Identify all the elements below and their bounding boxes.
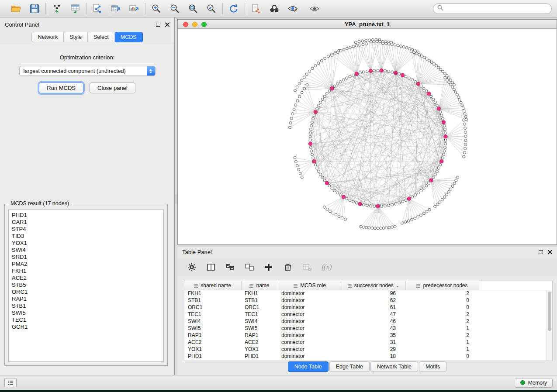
zoom-fit-icon[interactable]: [187, 3, 199, 14]
panel-menu-button[interactable]: [4, 378, 17, 387]
column-header-name[interactable]: name: [241, 281, 278, 290]
mcds-result-item[interactable]: SRD1: [12, 254, 160, 261]
cell-name[interactable]: YOX1: [241, 346, 278, 353]
network-view[interactable]: [178, 29, 557, 244]
cell-predecessors[interactable]: 2: [405, 318, 479, 325]
cell-shared_name[interactable]: PHD1: [184, 353, 241, 360]
cell-successors[interactable]: 29: [342, 346, 405, 353]
float-table-panel-icon[interactable]: [539, 250, 543, 254]
import-network-icon[interactable]: [51, 3, 62, 14]
cell-successors[interactable]: 62: [342, 297, 405, 304]
tab-select[interactable]: Select: [88, 32, 115, 42]
mcds-result-item[interactable]: YOX1: [12, 240, 160, 247]
cell-name[interactable]: STB1: [241, 297, 278, 304]
tab-style[interactable]: Style: [64, 32, 88, 42]
cell-successors[interactable]: 46: [342, 318, 405, 325]
table-scrollbar-track[interactable]: [547, 290, 552, 361]
tab-network[interactable]: Network: [31, 32, 64, 42]
mcds-result-item[interactable]: GCR1: [12, 323, 160, 330]
cell-predecessors[interactable]: 2: [405, 311, 479, 318]
open-folder-icon[interactable]: [10, 3, 22, 14]
table-row[interactable]: TEC1TEC1connector472: [184, 311, 552, 318]
cell-role[interactable]: dominator: [278, 290, 342, 297]
mcds-result-item[interactable]: STB1: [12, 303, 160, 309]
zoom-out-icon[interactable]: [169, 3, 180, 14]
cell-predecessors[interactable]: 1: [405, 346, 479, 353]
table-row[interactable]: RAP1RAP1dominator352: [184, 332, 552, 339]
cell-shared_name[interactable]: ACE2: [184, 339, 241, 346]
column-header-predecessor-nodes[interactable]: predecessor nodes: [405, 281, 479, 290]
cell-role[interactable]: dominator: [278, 304, 342, 311]
run-mcds-button[interactable]: Run MCDS: [39, 83, 83, 93]
cell-name[interactable]: ACE2: [241, 339, 278, 346]
export-table-icon[interactable]: [110, 3, 121, 14]
mcds-result-item[interactable]: SWI5: [12, 309, 160, 316]
cell-role[interactable]: dominator: [278, 297, 342, 304]
mcds-result-list[interactable]: PHD1CAR1STP4TID3YOX1SWI4SRD1PMA2FKH1ACE2…: [8, 210, 164, 362]
cell-shared_name[interactable]: YOX1: [184, 346, 241, 353]
search-field[interactable]: [433, 3, 552, 14]
cell-predecessors[interactable]: 0: [405, 304, 479, 311]
memory-button[interactable]: Memory: [515, 378, 553, 388]
cell-name[interactable]: PHD1: [241, 353, 278, 360]
cell-name[interactable]: FKH1: [241, 290, 278, 297]
mcds-result-item[interactable]: TEC1: [12, 316, 160, 323]
cell-name[interactable]: TEC1: [241, 311, 278, 318]
cell-successors[interactable]: 43: [342, 325, 405, 332]
cell-role[interactable]: connector: [278, 339, 342, 346]
table-row[interactable]: STB1STB1dominator620: [184, 297, 552, 304]
tab-motifs[interactable]: Motifs: [419, 361, 446, 372]
float-panel-icon[interactable]: [156, 23, 160, 27]
mcds-result-item[interactable]: PMA2: [12, 261, 160, 268]
cell-successors[interactable]: 35: [342, 332, 405, 339]
close-table-panel-icon[interactable]: [547, 250, 552, 254]
select-all-icon[interactable]: [225, 262, 235, 272]
close-window-button[interactable]: [183, 22, 188, 27]
close-panel-button[interactable]: Close panel: [90, 83, 135, 93]
tab-network-table[interactable]: Network Table: [370, 361, 418, 372]
table-row[interactable]: FKH1FKH1dominator962: [184, 290, 552, 297]
cell-shared_name[interactable]: ORC1: [184, 304, 241, 311]
cell-role[interactable]: connector: [278, 311, 342, 318]
cell-role[interactable]: dominator: [278, 332, 342, 339]
zoom-selected-icon[interactable]: [206, 3, 217, 14]
cell-shared_name[interactable]: TEC1: [184, 311, 241, 318]
cell-successors[interactable]: 47: [342, 311, 405, 318]
cell-shared_name[interactable]: STB1: [184, 297, 241, 304]
refresh-icon[interactable]: [228, 3, 239, 14]
show-graphics-details-icon[interactable]: [287, 3, 298, 14]
table-row[interactable]: PHD1PHD1dominator180: [184, 353, 552, 360]
zoom-in-icon[interactable]: [151, 3, 162, 14]
delete-column-icon[interactable]: [283, 262, 293, 272]
table-row[interactable]: SWI5SWI5connector431: [184, 325, 552, 332]
cell-shared_name[interactable]: SWI5: [184, 325, 241, 332]
clear-selection-icon[interactable]: [245, 262, 254, 272]
table-row[interactable]: ACE2ACE2connector311: [184, 339, 552, 346]
mcds-result-item[interactable]: ORC1: [12, 289, 160, 296]
cell-successors[interactable]: 96: [342, 290, 405, 297]
tab-node-table[interactable]: Node Table: [288, 361, 329, 372]
tab-mcds[interactable]: MCDS: [115, 32, 143, 42]
cell-predecessors[interactable]: 1: [405, 325, 479, 332]
cell-successors[interactable]: 61: [342, 304, 405, 311]
cell-role[interactable]: connector: [278, 325, 342, 332]
close-panel-icon[interactable]: [165, 22, 170, 27]
add-column-icon[interactable]: [264, 262, 273, 272]
column-header-MCDS-role[interactable]: MCDS role: [278, 281, 342, 290]
cell-predecessors[interactable]: 0: [405, 353, 479, 360]
cell-shared_name[interactable]: RAP1: [184, 332, 241, 339]
mcds-result-item[interactable]: ACE2: [12, 275, 160, 282]
maximize-window-button[interactable]: [201, 22, 207, 27]
mcds-result-item[interactable]: STP4: [12, 226, 160, 233]
import-table-icon[interactable]: [69, 3, 81, 14]
table-row[interactable]: ORC1ORC1dominator610: [184, 304, 552, 311]
cell-role[interactable]: dominator: [278, 318, 342, 325]
export-network-icon[interactable]: [92, 3, 103, 14]
table-row[interactable]: SWI4SWI4dominator462: [184, 318, 552, 325]
export-image-icon[interactable]: [128, 3, 140, 14]
mcds-result-item[interactable]: RAP1: [12, 296, 160, 303]
show-columns-icon[interactable]: [206, 262, 216, 272]
cell-successors[interactable]: 31: [342, 339, 405, 346]
cell-name[interactable]: SWI4: [241, 318, 278, 325]
mcds-result-item[interactable]: TID3: [12, 233, 160, 240]
